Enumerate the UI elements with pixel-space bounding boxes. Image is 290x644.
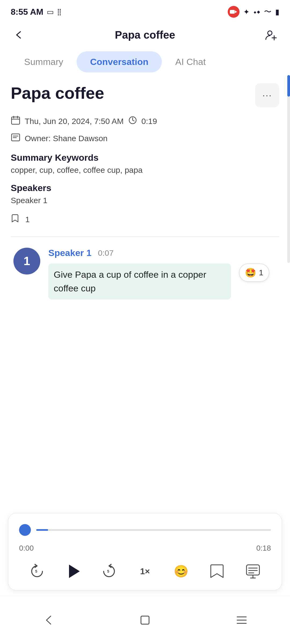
svg-text:5: 5	[107, 569, 109, 573]
tab-aichat[interactable]: AI Chat	[162, 51, 219, 72]
clock-icon	[128, 116, 137, 127]
svg-rect-5	[12, 117, 20, 124]
recording-title: Papa coffee	[11, 83, 104, 103]
recording-duration: 0:19	[142, 117, 157, 126]
speech-row: Give Papa a cup of coffee in a copper co…	[48, 264, 277, 299]
bookmark-count: 1	[25, 215, 30, 224]
speaker-header: Speaker 1 0:07	[48, 248, 277, 258]
keywords-list: copper, cup, coffee, coffee cup, papa	[11, 166, 279, 175]
main-content: Papa coffee ··· Thu, Jun 20, 2024, 7:50 …	[0, 75, 290, 318]
player-controls: 5 5 1× 😊	[19, 561, 271, 582]
time-display-row: 0:00 0:18	[19, 544, 271, 552]
reaction-badge[interactable]: 🤩 1	[239, 264, 269, 282]
svg-rect-0	[230, 10, 235, 14]
page-title: Papa coffee	[115, 29, 175, 41]
speaker-avatar: 1	[13, 248, 40, 275]
status-left: 8:55 AM ▭ ⣿	[11, 7, 62, 17]
scrollbar-thumb[interactable]	[287, 75, 290, 97]
speaker-item: Speaker 1	[11, 196, 279, 205]
calendar-icon	[11, 115, 20, 127]
message-timestamp: 0:07	[98, 248, 114, 258]
speakers-label: Speakers	[11, 183, 279, 193]
owner-row: Owner: Shane Dawson	[11, 133, 279, 144]
reaction-emoji: 🤩	[245, 267, 256, 278]
status-right: ✦ ⬥◆ 〜 ▮	[228, 6, 279, 18]
reaction-count: 1	[259, 268, 263, 277]
rewind-5-button[interactable]: 5	[26, 561, 48, 582]
more-options-button[interactable]: ···	[255, 83, 279, 107]
svg-rect-24	[141, 616, 149, 624]
bookmark-row: 1	[11, 213, 279, 226]
back-button[interactable]	[11, 27, 27, 43]
bookmark-icon	[11, 213, 21, 226]
transcript-button[interactable]	[242, 561, 264, 582]
nav-home-button[interactable]	[134, 609, 156, 631]
progress-container	[19, 524, 271, 536]
svg-rect-18	[247, 565, 259, 575]
svg-point-2	[268, 31, 272, 35]
tab-bar: Summary Conversation AI Chat	[0, 48, 290, 75]
svg-text:5: 5	[35, 569, 37, 573]
summary-keywords-label: Summary Keywords	[11, 152, 279, 163]
conversation-body: Speaker 1 0:07 Give Papa a cup of coffee…	[48, 248, 277, 299]
nav-back-button[interactable]	[38, 609, 59, 631]
status-time: 8:55 AM	[11, 7, 44, 17]
data-signal-icon: ⬥◆	[253, 8, 260, 15]
current-time: 0:00	[19, 544, 34, 552]
svg-marker-1	[235, 10, 237, 13]
bluetooth-icon: ✦	[243, 8, 249, 16]
forward-5-button[interactable]: 5	[98, 561, 120, 582]
total-time: 0:18	[256, 544, 271, 552]
svg-line-11	[133, 120, 134, 121]
progress-fill	[36, 529, 48, 531]
owner-text: Owner: Shane Dawson	[25, 134, 108, 143]
status-bar: 8:55 AM ▭ ⣿ ✦ ⬥◆ 〜 ▮	[0, 0, 290, 21]
owner-icon	[11, 133, 20, 144]
header: Papa coffee	[0, 21, 290, 48]
svg-marker-16	[69, 565, 80, 578]
add-person-button[interactable]	[263, 27, 279, 43]
speech-text: Give Papa a cup of coffee in a copper co…	[48, 264, 231, 299]
emotion-button[interactable]: 😊	[170, 561, 192, 582]
bottom-nav	[0, 596, 290, 644]
section-divider	[11, 236, 279, 237]
battery-icon: ▮	[275, 8, 279, 16]
rec-badge	[228, 6, 240, 18]
signal-icon: ⣿	[57, 8, 62, 16]
wifi-icon: 〜	[264, 7, 271, 17]
play-button[interactable]	[62, 561, 84, 582]
speed-button[interactable]: 1×	[134, 561, 156, 582]
date-row: Thu, Jun 20, 2024, 7:50 AM 0:19	[11, 115, 279, 127]
progress-handle[interactable]	[19, 524, 31, 536]
title-row: Papa coffee ···	[11, 83, 279, 107]
nav-menu-button[interactable]	[231, 609, 252, 631]
bookmark-button[interactable]	[206, 561, 228, 582]
progress-track[interactable]	[36, 529, 271, 531]
conversation-entry: 1 Speaker 1 0:07 Give Papa a cup of coff…	[11, 248, 279, 299]
speaker-name: Speaker 1	[48, 248, 92, 258]
tab-conversation[interactable]: Conversation	[77, 51, 162, 72]
camera-icon: ▭	[47, 8, 54, 16]
recording-date: Thu, Jun 20, 2024, 7:50 AM	[25, 117, 124, 126]
scrollbar[interactable]	[287, 75, 290, 263]
tab-summary[interactable]: Summary	[11, 51, 77, 72]
audio-player: 0:00 0:18 5 5 1×	[8, 513, 282, 590]
